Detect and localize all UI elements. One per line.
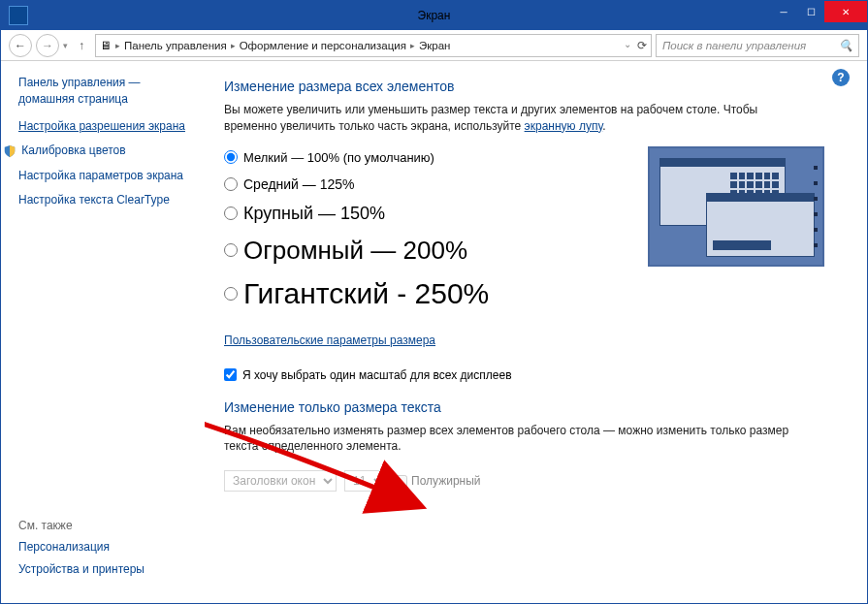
chevron-right-icon: ▸ — [115, 41, 120, 50]
fontsize-select[interactable]: 11 — [344, 470, 387, 492]
element-select[interactable]: Заголовки окон — [224, 470, 337, 492]
see-also-devices[interactable]: Устройства и принтеры — [18, 562, 145, 578]
scale-radio-200[interactable] — [224, 243, 238, 257]
scale-radio-125[interactable] — [224, 177, 238, 191]
scale-radio-250[interactable] — [224, 287, 238, 301]
main-content: ? Изменение размера всех элементов Вы мо… — [205, 61, 867, 603]
chevron-right-icon: ▸ — [231, 41, 236, 50]
refresh-icon[interactable]: ⟳ — [637, 39, 647, 52]
search-input[interactable]: Поиск в панели управления 🔍 — [656, 34, 859, 57]
scale-label: Мелкий — 100% (по умолчанию) — [243, 150, 434, 165]
see-also-personalization[interactable]: Персонализация — [18, 540, 145, 556]
sidebar-link-calibration[interactable]: Калибровка цветов — [18, 143, 197, 159]
breadcrumb[interactable]: Панель управления — [124, 40, 227, 51]
same-scale-checkbox-row[interactable]: Я хочу выбрать один масштаб для всех дис… — [224, 368, 844, 382]
scale-label: Огромный — 200% — [243, 236, 467, 266]
help-icon[interactable]: ? — [832, 69, 850, 86]
navigation-toolbar: ← → ▾ ↑ 🖥 ▸ Панель управления ▸ Оформлен… — [1, 30, 867, 61]
search-icon: 🔍 — [839, 39, 852, 52]
page-description: Вы можете увеличить или уменьшить размер… — [224, 102, 806, 135]
page-heading: Изменение размера всех элементов — [224, 79, 844, 94]
size-options: Мелкий — 100% (по умолчанию) Средний — 1… — [224, 150, 844, 310]
scale-radio-100[interactable] — [224, 150, 238, 164]
same-scale-label: Я хочу выбрать один масштаб для всех дис… — [242, 368, 512, 382]
sidebar: Панель управления —домашняя страница Нас… — [1, 61, 205, 603]
dropdown-icon[interactable]: ⌄ — [624, 39, 631, 52]
scale-option-250[interactable]: Гигантский - 250% — [224, 277, 844, 310]
address-bar[interactable]: 🖥 ▸ Панель управления ▸ Оформление и пер… — [95, 34, 652, 57]
window-title: Экран — [418, 9, 451, 22]
close-button[interactable]: ✕ — [824, 1, 867, 22]
same-scale-checkbox[interactable] — [224, 368, 237, 381]
breadcrumb[interactable]: Оформление и персонализация — [240, 40, 406, 51]
forward-button[interactable]: → — [36, 34, 59, 57]
magnifier-link[interactable]: экранную лупу — [525, 119, 603, 133]
sidebar-link-display-params[interactable]: Настройка параметров экрана — [18, 169, 197, 184]
sidebar-home-link[interactable]: Панель управления —домашняя страница — [18, 75, 197, 108]
chevron-right-icon: ▸ — [410, 41, 415, 50]
shield-icon — [3, 144, 16, 158]
see-also-section: См. также Персонализация Устройства и пр… — [18, 519, 145, 586]
see-also-header: См. также — [18, 519, 145, 532]
maximize-button[interactable]: ☐ — [797, 1, 824, 22]
scale-label: Крупный — 150% — [243, 204, 385, 224]
text-size-section: Изменение только размера текста Вам необ… — [224, 399, 844, 493]
text-size-heading: Изменение только размера текста — [224, 399, 844, 415]
bold-checkbox[interactable] — [395, 475, 407, 488]
text-size-controls: Заголовки окон 11 Полужирный — [224, 470, 844, 492]
display-preview-illustration — [648, 146, 824, 267]
breadcrumb[interactable]: Экран — [419, 40, 450, 51]
minimize-button[interactable]: ─ — [770, 1, 797, 22]
sidebar-link-resolution[interactable]: Настройка разрешения экрана — [18, 119, 197, 135]
window-controls: ─ ☐ ✕ — [770, 1, 867, 30]
sidebar-link-cleartype[interactable]: Настройка текста ClearType — [18, 193, 197, 208]
bold-label: Полужирный — [411, 474, 481, 488]
scale-radio-150[interactable] — [224, 207, 238, 220]
up-button[interactable]: ↑ — [72, 36, 91, 55]
custom-size-link[interactable]: Пользовательские параметры размера — [224, 334, 435, 347]
text-size-desc: Вам необязательно изменять размер всех э… — [224, 423, 806, 456]
monitor-icon: 🖥 — [100, 40, 112, 51]
bold-checkbox-row[interactable]: Полужирный — [395, 474, 481, 488]
scale-label: Средний — 125% — [243, 176, 355, 192]
back-button[interactable]: ← — [9, 34, 32, 57]
search-placeholder: Поиск в панели управления — [662, 40, 806, 51]
scale-label: Гигантский - 250% — [243, 277, 489, 310]
app-icon — [9, 6, 28, 25]
title-bar: Экран ─ ☐ ✕ — [1, 1, 867, 30]
